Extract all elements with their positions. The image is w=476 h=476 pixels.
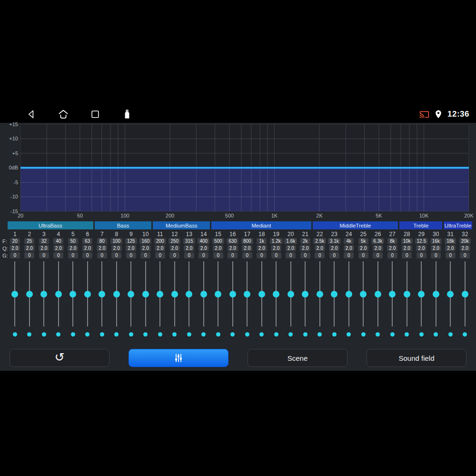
slider-knob[interactable] bbox=[40, 291, 47, 298]
slider-knob[interactable] bbox=[113, 291, 120, 298]
eq-slider[interactable] bbox=[298, 261, 313, 327]
cell: 0 bbox=[109, 252, 124, 258]
scene-button[interactable]: Scene bbox=[248, 349, 347, 367]
cell: 2.0 bbox=[66, 245, 80, 251]
cell: 2.0 bbox=[356, 245, 371, 251]
eq-slider[interactable] bbox=[182, 261, 197, 327]
recents-button[interactable] bbox=[86, 107, 105, 121]
slider-knob[interactable] bbox=[360, 291, 367, 298]
eq-slider[interactable] bbox=[95, 261, 109, 327]
cell: 0 bbox=[22, 252, 37, 258]
eq-slider[interactable] bbox=[356, 261, 371, 327]
g-value: 0 bbox=[68, 252, 78, 258]
slider-knob[interactable] bbox=[462, 291, 468, 298]
eq-slider[interactable] bbox=[255, 261, 269, 327]
eq-button[interactable] bbox=[129, 349, 228, 367]
f-value: 400 bbox=[198, 238, 209, 244]
eq-slider[interactable] bbox=[80, 261, 95, 327]
slider-knob[interactable] bbox=[258, 291, 265, 298]
slider-knob[interactable] bbox=[433, 291, 439, 298]
eq-slider[interactable] bbox=[8, 261, 22, 327]
eq-slider[interactable] bbox=[51, 261, 66, 327]
cell: 2.0 bbox=[313, 245, 327, 251]
slider-knob[interactable] bbox=[229, 291, 236, 298]
slider-knob[interactable] bbox=[171, 291, 178, 298]
slider-knob[interactable] bbox=[317, 291, 323, 298]
x-tick: 100 bbox=[115, 213, 134, 218]
slider-knob[interactable] bbox=[404, 291, 410, 298]
back-button[interactable] bbox=[22, 107, 41, 121]
sound-field-button[interactable]: Sound field bbox=[367, 349, 466, 367]
eq-slider[interactable] bbox=[240, 261, 255, 327]
eq-slider[interactable] bbox=[66, 261, 80, 327]
eq-slider[interactable] bbox=[327, 261, 342, 327]
channel-number: 4 bbox=[57, 231, 60, 238]
slider-knob[interactable] bbox=[84, 291, 91, 298]
cell: 19 bbox=[269, 231, 284, 238]
slider-knob[interactable] bbox=[346, 291, 352, 298]
slider-knob[interactable] bbox=[55, 291, 62, 298]
eq-slider[interactable] bbox=[429, 261, 444, 327]
eq-slider[interactable] bbox=[269, 261, 284, 327]
eq-slider[interactable] bbox=[22, 261, 37, 327]
gain-row: G: 00000000000000000000000000000000 bbox=[8, 252, 472, 259]
eq-slider[interactable] bbox=[400, 261, 415, 327]
slider-knob[interactable] bbox=[128, 291, 134, 298]
slider-dot bbox=[201, 332, 206, 337]
eq-slider[interactable] bbox=[37, 261, 51, 327]
eq-slider[interactable] bbox=[139, 261, 153, 327]
f-value: 32 bbox=[39, 238, 49, 244]
eq-slider[interactable] bbox=[385, 261, 400, 327]
g-value: 0 bbox=[213, 252, 223, 258]
slider-knob[interactable] bbox=[26, 291, 33, 298]
y-tick: 0dB bbox=[0, 165, 18, 170]
slider-knob[interactable] bbox=[302, 291, 308, 298]
eq-slider[interactable] bbox=[211, 261, 226, 327]
reset-button[interactable]: ↺ bbox=[10, 349, 109, 367]
dot-cell bbox=[400, 332, 415, 337]
slider-knob[interactable] bbox=[200, 291, 207, 298]
eq-slider[interactable] bbox=[226, 261, 240, 327]
cell: 1 bbox=[8, 231, 22, 238]
eq-slider[interactable] bbox=[414, 261, 429, 327]
cell: 13 bbox=[182, 231, 197, 238]
slider-dot bbox=[332, 332, 337, 337]
eq-slider[interactable] bbox=[197, 261, 211, 327]
slider-knob[interactable] bbox=[186, 291, 192, 298]
eq-slider[interactable] bbox=[342, 261, 357, 327]
g-value: 0 bbox=[257, 252, 267, 258]
slider-knob[interactable] bbox=[215, 291, 221, 298]
home-icon bbox=[57, 108, 69, 120]
slider-knob[interactable] bbox=[331, 291, 337, 298]
slider-knob[interactable] bbox=[69, 291, 76, 298]
cell: 2.0 bbox=[95, 245, 109, 251]
eq-slider[interactable] bbox=[371, 261, 386, 327]
slider-knob[interactable] bbox=[288, 291, 294, 298]
eq-slider[interactable] bbox=[458, 261, 473, 327]
slider-knob[interactable] bbox=[447, 291, 454, 298]
eq-slider[interactable] bbox=[284, 261, 298, 327]
slider-knob[interactable] bbox=[375, 291, 381, 298]
slider-knob[interactable] bbox=[418, 291, 425, 298]
cell: 10k bbox=[400, 238, 415, 244]
eq-slider[interactable] bbox=[109, 261, 124, 327]
slider-knob[interactable] bbox=[157, 291, 163, 298]
channel-number: 10 bbox=[142, 231, 149, 238]
q-value: 2.0 bbox=[387, 245, 397, 251]
eq-slider[interactable] bbox=[153, 261, 168, 327]
slider-knob[interactable] bbox=[99, 291, 105, 298]
g-value: 0 bbox=[271, 252, 281, 258]
eq-slider[interactable] bbox=[168, 261, 182, 327]
eq-slider[interactable] bbox=[443, 261, 458, 327]
slider-dot bbox=[434, 332, 438, 337]
slider-knob[interactable] bbox=[389, 291, 396, 298]
q-value: 2.0 bbox=[416, 245, 426, 251]
slider-knob[interactable] bbox=[273, 291, 279, 298]
slider-knob[interactable] bbox=[244, 291, 250, 298]
slider-knob[interactable] bbox=[11, 291, 18, 298]
slider-knob[interactable] bbox=[142, 291, 149, 298]
cell: 29 bbox=[414, 231, 429, 238]
home-button[interactable] bbox=[54, 107, 73, 121]
eq-slider[interactable] bbox=[313, 261, 327, 327]
eq-slider[interactable] bbox=[124, 261, 139, 327]
